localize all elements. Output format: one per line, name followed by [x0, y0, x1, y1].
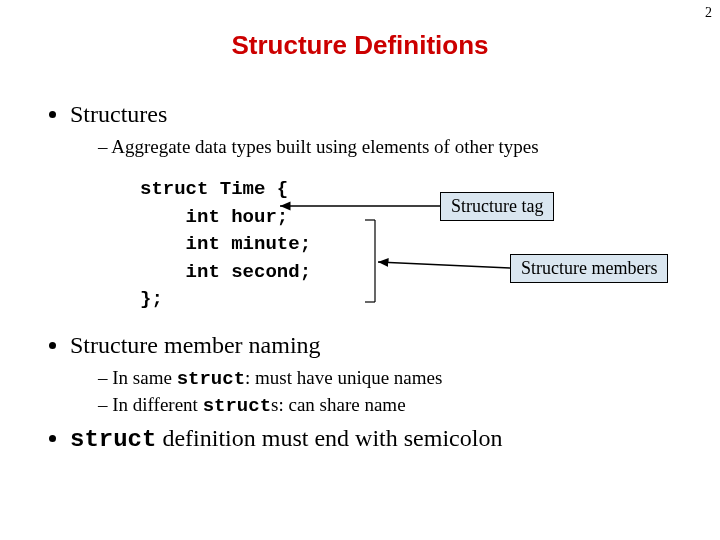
code-line-5: };	[140, 288, 163, 310]
bullet-list: Structures Aggregate data types built us…	[40, 101, 700, 453]
slide-title: Structure Definitions	[0, 30, 720, 61]
naming-same-post: : must have unique names	[245, 367, 442, 388]
naming-diff-code: struct	[203, 395, 271, 417]
sublist-structures: Aggregate data types built using element…	[70, 136, 700, 158]
subbullet-naming-same: In same struct: must have unique names	[98, 367, 700, 390]
subbullet-aggregate: Aggregate data types built using element…	[98, 136, 700, 158]
semicolon-code: struct	[70, 426, 156, 453]
page-number: 2	[705, 5, 712, 21]
bullet-structures-text: Structures	[70, 101, 167, 127]
code-block: struct Time { int hour; int minute; int …	[140, 176, 700, 314]
code-line-2: int hour;	[140, 206, 288, 228]
naming-diff-pre: In different	[112, 394, 202, 415]
content-area: Structures Aggregate data types built us…	[0, 101, 720, 453]
subbullet-naming-diff: In different structs: can share name	[98, 394, 700, 417]
naming-diff-post: s: can share name	[271, 394, 406, 415]
code-line-3: int minute;	[140, 233, 311, 255]
semicolon-post: definition must end with semicolon	[156, 425, 502, 451]
code-line-1: struct Time {	[140, 178, 288, 200]
bullet-naming: Structure member naming In same struct: …	[70, 332, 700, 417]
bullet-structures: Structures Aggregate data types built us…	[70, 101, 700, 314]
bullet-semicolon: struct definition must end with semicolo…	[70, 425, 700, 453]
code-line-4: int second;	[140, 261, 311, 283]
naming-same-code: struct	[177, 368, 245, 390]
sublist-naming: In same struct: must have unique names I…	[70, 367, 700, 417]
bullet-naming-text: Structure member naming	[70, 332, 321, 358]
naming-same-pre: In same	[112, 367, 176, 388]
